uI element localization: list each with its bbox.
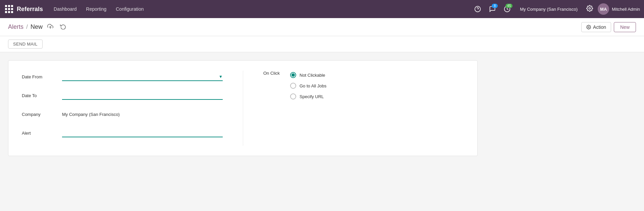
company-label: Company bbox=[22, 112, 62, 117]
breadcrumb-current: New bbox=[31, 23, 43, 30]
on-click-row: On Click Not Clickable Go to All Jobs bbox=[263, 71, 464, 99]
nav-dashboard[interactable]: Dashboard bbox=[50, 4, 81, 14]
radio-not-clickable-label: Not Clickable bbox=[300, 73, 325, 78]
company-selector[interactable]: My Company (San Francisco) bbox=[516, 7, 582, 12]
date-from-input[interactable] bbox=[62, 73, 223, 81]
nav-configuration[interactable]: Configuration bbox=[112, 4, 148, 14]
form-card: Date From ▼ Date To Company My Company bbox=[8, 60, 478, 156]
company-field: My Company (San Francisco) bbox=[62, 112, 223, 117]
date-to-input[interactable] bbox=[62, 91, 223, 100]
apps-menu-button[interactable] bbox=[4, 4, 14, 14]
date-to-row: Date To bbox=[22, 89, 223, 101]
alert-row: Alert bbox=[22, 127, 223, 139]
radio-group: Not Clickable Go to All Jobs Specify URL bbox=[290, 71, 326, 99]
date-from-field[interactable]: ▼ bbox=[62, 73, 223, 81]
nav-reporting[interactable]: Reporting bbox=[82, 4, 111, 14]
breadcrumb-bar: Alerts / New Action New bbox=[0, 18, 644, 36]
discard-icon-button[interactable] bbox=[58, 22, 68, 32]
gear-icon bbox=[586, 25, 591, 29]
date-from-label: Date From bbox=[22, 74, 62, 79]
radio-go-to-all-jobs-label: Go to All Jobs bbox=[300, 83, 326, 88]
radio-not-clickable-circle[interactable] bbox=[290, 72, 296, 78]
save-cloud-icon-button[interactable] bbox=[45, 22, 55, 32]
send-mail-button[interactable]: SEND MAIL bbox=[8, 40, 43, 49]
svg-point-3 bbox=[589, 7, 591, 9]
activity-badge: 45 bbox=[505, 4, 513, 8]
action-button[interactable]: Action bbox=[581, 22, 611, 32]
new-button[interactable]: New bbox=[614, 22, 636, 32]
radio-specify-url[interactable]: Specify URL bbox=[290, 93, 326, 99]
date-to-field[interactable] bbox=[62, 91, 223, 100]
date-from-row: Date From ▼ bbox=[22, 71, 223, 83]
radio-specify-url-circle[interactable] bbox=[290, 93, 296, 99]
main-content: Date From ▼ Date To Company My Company bbox=[0, 52, 644, 186]
support-icon-button[interactable] bbox=[472, 3, 484, 15]
date-to-label: Date To bbox=[22, 93, 62, 98]
alert-label: Alert bbox=[22, 131, 62, 136]
radio-go-to-all-jobs-circle[interactable] bbox=[290, 83, 296, 89]
settings-icon-button[interactable] bbox=[584, 3, 595, 15]
form-right: On Click Not Clickable Go to All Jobs bbox=[243, 71, 464, 146]
alert-field[interactable] bbox=[62, 129, 223, 137]
chat-badge: 8 bbox=[492, 4, 498, 8]
radio-not-clickable[interactable]: Not Clickable bbox=[290, 72, 326, 78]
activity-icon-button[interactable]: 45 bbox=[501, 3, 513, 15]
form-left: Date From ▼ Date To Company My Company bbox=[22, 71, 243, 146]
radio-specify-url-label: Specify URL bbox=[300, 94, 324, 99]
breadcrumb-separator: / bbox=[26, 23, 28, 30]
app-brand: Referrals bbox=[17, 6, 43, 13]
svg-point-5 bbox=[588, 26, 589, 28]
chat-icon-button[interactable]: 8 bbox=[486, 3, 498, 15]
top-nav: Referrals Dashboard Reporting Configurat… bbox=[0, 0, 644, 18]
breadcrumb-parent[interactable]: Alerts bbox=[8, 23, 23, 30]
action-button-label: Action bbox=[593, 24, 606, 30]
toolbar: SEND MAIL bbox=[0, 36, 644, 52]
avatar[interactable]: MA bbox=[598, 3, 609, 15]
on-click-label: On Click bbox=[263, 71, 290, 76]
company-row: Company My Company (San Francisco) bbox=[22, 108, 223, 120]
radio-go-to-all-jobs[interactable]: Go to All Jobs bbox=[290, 83, 326, 89]
company-value: My Company (San Francisco) bbox=[62, 112, 120, 117]
breadcrumb-actions: Action New bbox=[581, 22, 636, 32]
user-name[interactable]: Mitchell Admin bbox=[612, 7, 640, 12]
alert-input[interactable] bbox=[62, 129, 223, 137]
